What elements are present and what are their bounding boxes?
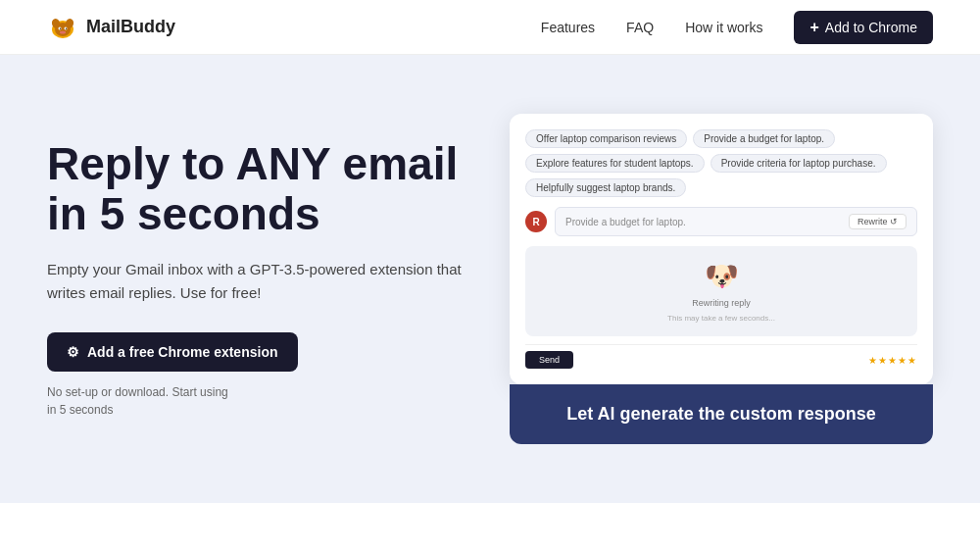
hero-section: Reply to ANY email in 5 seconds Empty yo… bbox=[0, 55, 980, 503]
meet-section: Meet (the) Buddy 🐶 He is ChatGPT's young… bbox=[0, 503, 980, 552]
screenshot-avatar: R bbox=[525, 211, 547, 232]
chrome-icon: ⚙ bbox=[67, 344, 79, 360]
ai-banner: Let Al generate the custom response bbox=[510, 384, 933, 444]
nav-features[interactable]: Features bbox=[541, 20, 595, 35]
screenshot-input-box[interactable]: Provide a budget for laptop. Rewrite ↺ bbox=[555, 207, 917, 236]
dog-illustration: 🐶 bbox=[705, 260, 739, 292]
nav-cta-label: Add to Chrome bbox=[825, 20, 917, 35]
hero-left: Reply to ANY email in 5 seconds Empty yo… bbox=[47, 139, 470, 419]
tag-3[interactable]: Provide criteria for laptop purchase. bbox=[710, 154, 887, 173]
chat-subtext: This may take a few seconds... bbox=[667, 314, 775, 323]
navbar: MailBuddy Features FAQ How it works + Ad… bbox=[0, 0, 980, 55]
screenshot-input-row: R Provide a budget for laptop. Rewrite ↺ bbox=[525, 207, 917, 236]
hero-cta-label: Add a free Chrome extension bbox=[87, 344, 278, 360]
nav-faq[interactable]: FAQ bbox=[626, 20, 654, 35]
add-to-chrome-button[interactable]: + Add to Chrome bbox=[794, 11, 933, 44]
hero-subtitle: Empty your Gmail inbox with a GPT-3.5-po… bbox=[47, 258, 470, 305]
nav-how-it-works[interactable]: How it works bbox=[685, 20, 762, 35]
svg-point-7 bbox=[66, 27, 67, 28]
hero-note: No set-up or download. Start using in 5 … bbox=[47, 383, 470, 419]
logo-text: MailBuddy bbox=[86, 17, 175, 37]
hero-right: Offer laptop comparison reviews Provide … bbox=[510, 114, 933, 444]
tag-4[interactable]: Helpfully suggest laptop brands. bbox=[525, 178, 686, 197]
tag-1[interactable]: Provide a budget for laptop. bbox=[693, 129, 835, 148]
svg-point-6 bbox=[60, 27, 61, 28]
tag-2[interactable]: Explore features for student laptops. bbox=[525, 154, 705, 173]
chat-text: Rewriting reply bbox=[692, 298, 751, 308]
screenshot-tags: Offer laptop comparison reviews Provide … bbox=[525, 129, 917, 197]
plus-icon: + bbox=[809, 19, 818, 36]
screenshot-chat-area: 🐶 Rewriting reply This may take a few se… bbox=[525, 246, 917, 336]
screenshot-bottom-bar: Send ★★★★★ bbox=[525, 344, 917, 369]
svg-rect-9 bbox=[60, 31, 66, 32]
ai-banner-text: Let Al generate the custom response bbox=[566, 404, 875, 424]
star-rating: ★★★★★ bbox=[868, 355, 917, 366]
nav-links: Features FAQ How it works + Add to Chrom… bbox=[541, 11, 933, 44]
logo-icon bbox=[47, 12, 78, 43]
screenshot-card: Offer laptop comparison reviews Provide … bbox=[510, 114, 933, 384]
rewrite-button[interactable]: Rewrite ↺ bbox=[849, 214, 906, 229]
logo[interactable]: MailBuddy bbox=[47, 12, 175, 43]
send-button[interactable]: Send bbox=[525, 351, 573, 369]
hero-cta-button[interactable]: ⚙ Add a free Chrome extension bbox=[47, 332, 298, 372]
hero-title: Reply to ANY email in 5 seconds bbox=[47, 139, 470, 238]
tag-0[interactable]: Offer laptop comparison reviews bbox=[525, 129, 687, 148]
